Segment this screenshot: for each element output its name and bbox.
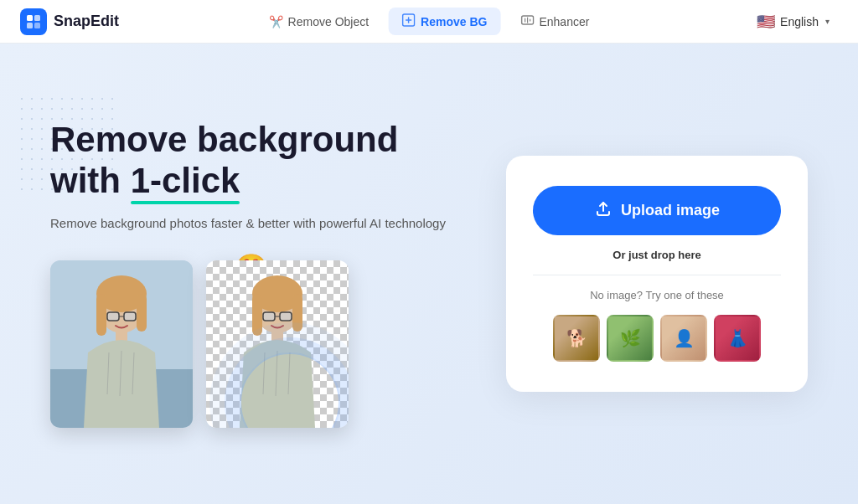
- upload-icon: [594, 199, 612, 222]
- main-nav: ✂️ Remove Object Remove BG Enhan: [256, 8, 603, 35]
- upload-button-label: Upload image: [621, 202, 720, 219]
- svg-rect-26: [263, 312, 275, 321]
- hero-title-line2: with 1-click: [50, 161, 240, 200]
- drop-text: Or just drop here: [612, 249, 700, 261]
- chevron-down-icon: ▾: [825, 17, 830, 26]
- hero-content: Remove background with 1-click Remove ba…: [50, 120, 486, 427]
- sample-images-row: 🐕 🌿 👤 👗: [553, 315, 761, 362]
- svg-rect-1: [34, 15, 40, 21]
- svg-rect-3: [34, 23, 40, 28]
- sample-image-plant[interactable]: 🌿: [607, 315, 654, 362]
- sample-image-dog[interactable]: 🐕: [553, 315, 600, 362]
- upload-image-button[interactable]: Upload image: [533, 186, 781, 235]
- sample-image-fashion[interactable]: 👗: [714, 315, 761, 362]
- hero-subtitle: Remove background photos faster & better…: [50, 214, 486, 234]
- nav-enhancer-label: Enhancer: [539, 15, 589, 28]
- logo[interactable]: SnapEdit: [20, 8, 119, 35]
- svg-rect-16: [124, 312, 136, 321]
- no-image-text: No image? Try one of these: [590, 289, 724, 301]
- sample-dog-inner: 🐕: [555, 316, 598, 360]
- svg-rect-14: [137, 294, 147, 332]
- main-content: Remove background with 1-click Remove ba…: [0, 44, 858, 504]
- svg-rect-24: [252, 294, 262, 336]
- demo-before-image: [50, 260, 193, 428]
- sample-woman-inner: 👤: [662, 316, 706, 360]
- svg-rect-13: [96, 294, 106, 336]
- logo-icon: [20, 8, 47, 35]
- nav-remove-bg-label: Remove BG: [421, 15, 487, 28]
- nav-remove-bg[interactable]: Remove BG: [389, 8, 500, 35]
- remove-object-icon: ✂️: [269, 15, 283, 28]
- nav-remove-object[interactable]: ✂️ Remove Object: [256, 9, 382, 34]
- nav-enhancer[interactable]: Enhancer: [507, 8, 602, 35]
- remove-bg-icon: [402, 13, 416, 29]
- hero-title: Remove background with 1-click: [50, 120, 486, 201]
- demo-after-image: [206, 260, 349, 428]
- language-flag: 🇺🇸: [757, 13, 775, 31]
- language-label: English: [780, 15, 819, 28]
- header: SnapEdit ✂️ Remove Object Remove BG: [0, 0, 858, 44]
- upload-panel: Upload image Or just drop here No image?…: [506, 156, 808, 392]
- divider: [533, 275, 781, 275]
- svg-rect-0: [27, 15, 33, 21]
- enhancer-icon: [520, 13, 534, 29]
- svg-rect-25: [292, 294, 302, 332]
- svg-rect-27: [280, 312, 292, 321]
- sample-plant-inner: 🌿: [608, 316, 652, 360]
- language-selector[interactable]: 🇺🇸 English ▾: [748, 8, 838, 36]
- sample-image-woman[interactable]: 👤: [660, 315, 707, 362]
- title-highlight: 1-click: [131, 161, 240, 201]
- logo-name: SnapEdit: [54, 13, 119, 30]
- sample-fashion-inner: 👗: [716, 316, 759, 360]
- svg-rect-2: [27, 23, 33, 28]
- demo-area: 😍: [50, 260, 486, 428]
- svg-rect-15: [107, 312, 119, 321]
- nav-remove-object-label: Remove Object: [288, 15, 369, 28]
